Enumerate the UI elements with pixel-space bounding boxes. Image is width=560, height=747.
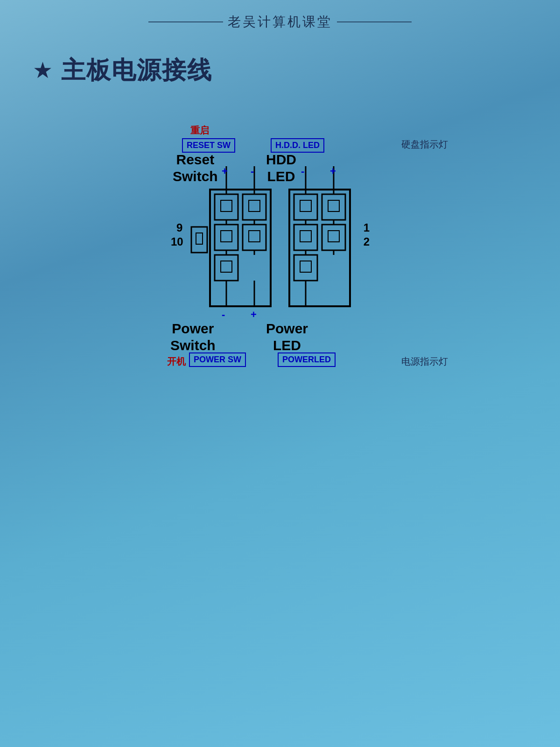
text-reset-switch: Reset Switch — [173, 151, 218, 185]
svg-rect-21 — [289, 190, 350, 306]
svg-rect-3 — [243, 194, 266, 220]
svg-rect-4 — [249, 200, 260, 211]
svg-text:-: - — [301, 165, 304, 177]
svg-rect-23 — [300, 200, 311, 211]
label-reset-sw-box: RESET SW — [182, 138, 235, 153]
header-section: 老吴计算机课堂 — [0, 0, 560, 31]
svg-text:-: - — [222, 309, 225, 320]
svg-rect-6 — [221, 231, 232, 242]
svg-rect-29 — [328, 231, 339, 242]
svg-rect-30 — [294, 255, 317, 281]
diagram-wrapper: + - - + - + 重启 RESET SW H.D.D. LED 硬盘指示灯… — [159, 120, 401, 390]
power-led-line2: LED — [266, 337, 308, 354]
label-powerled-box: POWERLED — [278, 352, 336, 367]
hdd-line1: HDD — [266, 151, 296, 168]
svg-text:+: + — [222, 165, 228, 177]
label-hdd-led-box: H.D.D. LED — [271, 138, 324, 153]
page-title-section: ★ 主板电源接线 — [0, 31, 560, 101]
svg-rect-5 — [215, 225, 238, 250]
pin-9-label: 9 — [176, 221, 182, 234]
reset-line2: Switch — [173, 168, 218, 185]
svg-rect-0 — [210, 190, 271, 306]
hdd-line2: LED — [266, 168, 296, 185]
svg-rect-22 — [294, 194, 317, 220]
svg-rect-26 — [294, 225, 317, 250]
header-title: 老吴计算机课堂 — [228, 13, 332, 31]
label-power-led-indicator: 电源指示灯 — [401, 355, 448, 368]
power-sw-line2: Switch — [170, 337, 216, 354]
text-power-led: Power LED — [266, 320, 308, 354]
pin-2-label: 2 — [364, 235, 370, 248]
text-power-switch: Power Switch — [170, 320, 216, 354]
header-line-left — [148, 21, 223, 22]
star-icon: ★ — [33, 59, 53, 82]
label-chongqi: 重启 — [190, 124, 209, 137]
svg-rect-25 — [328, 200, 339, 211]
power-led-line1: Power — [266, 320, 308, 337]
svg-rect-27 — [300, 231, 311, 242]
svg-rect-24 — [322, 194, 345, 220]
svg-rect-8 — [249, 231, 260, 242]
diagram-container: + - - + - + 重启 RESET SW H.D.D. LED 硬盘指示灯… — [0, 120, 560, 390]
svg-rect-1 — [215, 194, 238, 220]
svg-rect-10 — [221, 261, 232, 272]
pin-1-label: 1 — [364, 221, 370, 234]
svg-rect-2 — [221, 200, 232, 211]
svg-rect-20 — [196, 233, 203, 244]
page-title: 主板电源接线 — [61, 54, 212, 87]
pin-10-label: 10 — [171, 235, 183, 248]
svg-rect-31 — [300, 261, 311, 272]
reset-line1: Reset — [173, 151, 218, 168]
svg-text:+: + — [251, 309, 257, 320]
text-hdd-led: HDD LED — [266, 151, 296, 185]
svg-text:+: + — [330, 165, 336, 177]
power-sw-line1: Power — [170, 320, 216, 337]
label-hardisk-indicator: 硬盘指示灯 — [401, 138, 448, 151]
label-kaiji: 开机 — [167, 355, 186, 368]
svg-text:-: - — [251, 165, 254, 177]
svg-rect-9 — [215, 255, 238, 281]
svg-rect-19 — [191, 227, 207, 253]
header-line-right — [337, 21, 412, 22]
svg-rect-7 — [243, 225, 266, 250]
svg-rect-28 — [322, 225, 345, 250]
label-power-sw-box: POWER SW — [189, 352, 246, 367]
